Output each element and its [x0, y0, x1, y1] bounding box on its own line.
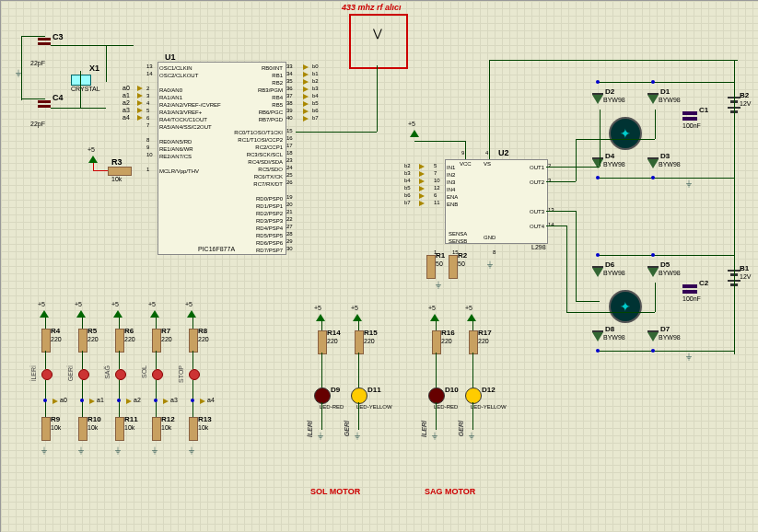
- res-R17[interactable]: [469, 330, 478, 354]
- R9-val: 10k: [51, 424, 61, 431]
- led-D9[interactable]: [314, 387, 331, 404]
- res-R9[interactable]: [41, 417, 51, 441]
- res-R4[interactable]: [41, 329, 51, 353]
- D11-ref: D11: [367, 386, 381, 394]
- R16-ref: R16: [441, 329, 455, 337]
- res-R15[interactable]: [355, 330, 364, 354]
- R9-ref: R9: [51, 415, 60, 423]
- motor-1[interactable]: ✦: [609, 117, 642, 150]
- gnd-u2: ⏚: [487, 259, 493, 269]
- res-R2[interactable]: [449, 255, 458, 279]
- crystal-X1[interactable]: [71, 75, 91, 86]
- btn-label-sag: SAĞ: [104, 365, 111, 379]
- vcc-sag1: [430, 314, 439, 321]
- schematic-canvas[interactable]: 433 mhz rf alıcı ⋁ C3 22pF C4 22pF X1 CR…: [0, 0, 758, 532]
- cap-C1[interactable]: [682, 111, 697, 121]
- diode-D5[interactable]: [647, 266, 659, 277]
- btn-label-geri: GERİ: [67, 365, 74, 381]
- button-sol[interactable]: [152, 369, 163, 380]
- D4-val: BYW98: [603, 161, 625, 168]
- res-R1[interactable]: [426, 255, 436, 279]
- res-R3[interactable]: [108, 167, 132, 176]
- diode-D2[interactable]: [592, 93, 603, 104]
- C3-ref: C3: [52, 32, 64, 41]
- led-D12[interactable]: [465, 387, 482, 404]
- R15-val: 220: [364, 338, 375, 344]
- D12-val: LED-YELLOW: [471, 404, 507, 410]
- R14-val: 220: [327, 338, 338, 344]
- D12-ref: D12: [482, 386, 496, 394]
- sag-motor-label: SAG MOTOR: [425, 487, 475, 496]
- R17-val: 220: [478, 338, 489, 344]
- D1-ref: D1: [660, 87, 670, 96]
- vcc-mclr: [88, 156, 98, 163]
- D1-val: BYW98: [659, 97, 681, 103]
- C1-val: 100nF: [682, 122, 701, 129]
- res-R13[interactable]: [189, 417, 198, 441]
- R7-val: 220: [161, 336, 172, 342]
- D11-val: LED-YELLOW: [356, 404, 392, 410]
- D10-val: LED-RED: [434, 404, 458, 410]
- C2-val: 100nF: [682, 295, 701, 302]
- button-geri[interactable]: [78, 369, 89, 380]
- D3-ref: D3: [660, 152, 670, 160]
- res-R14[interactable]: [318, 330, 327, 354]
- D7-ref: D7: [660, 325, 670, 333]
- R2-val: 50: [458, 260, 465, 267]
- res-R7[interactable]: [152, 329, 161, 353]
- D9-ref: D9: [331, 386, 340, 394]
- D4-ref: D4: [605, 152, 614, 160]
- button-ileri[interactable]: [41, 369, 52, 380]
- diode-D8[interactable]: [592, 330, 603, 341]
- D2-val: BYW98: [603, 97, 625, 103]
- vcc-sol1: [316, 314, 325, 321]
- R16-val: 220: [441, 338, 452, 344]
- res-R16[interactable]: [432, 330, 441, 354]
- btn-label-ileri: İLERİ: [30, 365, 37, 382]
- sol-motor-label: SOL MOTOR: [310, 487, 360, 496]
- res-R8[interactable]: [189, 329, 198, 353]
- cap-C4[interactable]: [38, 100, 51, 110]
- btn-label-sol: SOL: [141, 365, 147, 378]
- button-stop[interactable]: [189, 369, 200, 380]
- R10-val: 10k: [87, 424, 98, 431]
- gnd-btn1: ⏚: [41, 445, 47, 455]
- cap-C2[interactable]: [682, 284, 697, 294]
- R8-val: 220: [198, 336, 209, 342]
- D6-val: BYW98: [603, 270, 625, 276]
- R13-ref: R13: [198, 415, 212, 423]
- D8-val: BYW98: [603, 334, 625, 341]
- motor-2[interactable]: ✦: [609, 290, 642, 323]
- R12-ref: R12: [161, 415, 175, 423]
- sol-geri-label: GERİ: [344, 421, 350, 436]
- R10-ref: R10: [87, 415, 101, 423]
- U2-part: L298: [531, 244, 546, 250]
- vcc-u2: [410, 130, 419, 137]
- C2-ref: C2: [699, 279, 708, 287]
- diode-D1[interactable]: [647, 93, 659, 104]
- res-R5[interactable]: [78, 329, 87, 353]
- cap-C3[interactable]: [38, 38, 51, 47]
- rf-module-label: 433 mhz rf alıcı: [342, 3, 402, 12]
- B1-ref: B1: [740, 264, 749, 272]
- res-R12[interactable]: [152, 417, 161, 441]
- D2-ref: D2: [605, 87, 614, 96]
- R14-ref: R14: [327, 329, 341, 337]
- u1-a0-arrow: [137, 86, 143, 91]
- led-D11[interactable]: [351, 387, 367, 404]
- U1-part: PIC16F877A: [198, 246, 235, 252]
- diode-D3[interactable]: [647, 157, 659, 168]
- led-D10[interactable]: [428, 387, 445, 404]
- res-R10[interactable]: [78, 417, 87, 441]
- res-R11[interactable]: [115, 417, 124, 441]
- diode-D6[interactable]: [592, 266, 603, 277]
- B2-val: 12V: [740, 100, 751, 107]
- D10-ref: D10: [445, 386, 459, 394]
- button-sag[interactable]: [115, 369, 126, 380]
- R5-val: 220: [87, 336, 99, 342]
- diode-D7[interactable]: [647, 330, 659, 341]
- sag-geri-label: GERİ: [458, 421, 464, 436]
- res-R6[interactable]: [115, 329, 124, 353]
- R1-ref: R1: [436, 251, 445, 260]
- C3-val: 22pF: [30, 60, 45, 66]
